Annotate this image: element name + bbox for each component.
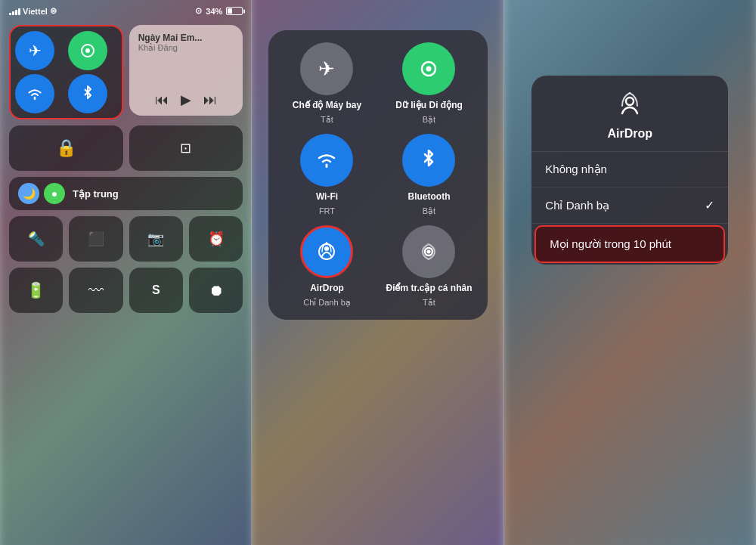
panel-1: Viettel ⊜ ⊙ 34% ✈ (0, 0, 252, 545)
option-label-contacts: Chỉ Danh bạ (545, 199, 609, 212)
prev-btn[interactable]: ⏮ (155, 92, 169, 108)
cellular-expanded[interactable]: Dữ liệu Di động Bật (383, 42, 476, 125)
svg-point-3 (426, 67, 432, 72)
signal-bars (9, 8, 20, 15)
airdrop-option-contacts[interactable]: Chỉ Danh bạ ✓ (531, 187, 728, 224)
battery-widget-btn[interactable]: 🔋 (9, 268, 63, 313)
airplane-icon-large: ✈ (300, 42, 353, 95)
record-btn[interactable]: ⏺ (189, 268, 243, 313)
airdrop-option-everyone-10min[interactable]: Mọi người trong 10 phút (534, 225, 725, 263)
panel-2: ✈ Chế độ Máy bay Tắt Dữ liệu Di động (252, 0, 503, 545)
music-widget: Ngày Mai Em... Khải Đăng ⏮ ▶ ⏭ (129, 25, 243, 116)
shazam-btn[interactable]: S (129, 268, 183, 313)
screen-mirror-btn[interactable]: ⊡ (129, 125, 243, 171)
svg-point-7 (427, 250, 431, 254)
airdrop-header: AirDrop (531, 76, 728, 152)
focus-row: 🌙 ● Tập trung (9, 177, 243, 210)
music-controls: ⏮ ▶ ⏭ (138, 91, 234, 108)
cellular-btn[interactable] (68, 31, 107, 70)
airdrop-menu-title: AirDrop (608, 127, 653, 141)
checkmark-icon: ✓ (705, 198, 714, 212)
wifi-btn[interactable] (15, 74, 54, 113)
option-label-no-receive: Không nhận (545, 163, 607, 176)
hotspot-icon-large (402, 225, 455, 278)
battery-percent: 34% (206, 7, 222, 16)
camera-btn[interactable]: 📷 (129, 216, 183, 262)
focus-icon: ● (44, 183, 65, 204)
airdrop-icon-large (300, 225, 353, 278)
bluetooth-icon-large (402, 134, 455, 187)
music-artist: Khải Đăng (138, 43, 234, 53)
option-label-everyone: Mọi người trong 10 phút (550, 237, 671, 251)
status-right: ⊙ 34% (195, 6, 243, 16)
cellular-icon-large (402, 42, 455, 95)
status-bar: Viettel ⊜ ⊙ 34% (0, 0, 252, 19)
carrier-name: Viettel (23, 7, 48, 16)
calculator-btn[interactable]: ⬛ (69, 216, 122, 262)
airplane-mode-btn[interactable]: ✈ (15, 31, 54, 70)
svg-point-8 (626, 98, 634, 105)
play-btn[interactable]: ▶ (181, 91, 191, 108)
bluetooth-btn[interactable] (68, 74, 107, 113)
battery-icon (226, 7, 243, 15)
status-left: Viettel ⊜ (9, 6, 57, 16)
bluetooth-expanded[interactable]: Bluetooth Bật (383, 134, 476, 216)
flashlight-btn[interactable]: 🔦 (9, 216, 63, 262)
music-title: Ngày Mai Em... (138, 33, 234, 43)
airdrop-option-no-receive[interactable]: Không nhận (531, 152, 728, 187)
svg-point-5 (324, 246, 329, 251)
wifi-icon-large (300, 134, 353, 187)
airdrop-expanded[interactable]: AirDrop Chỉ Danh bạ (280, 225, 373, 308)
soundwave-btn[interactable]: 〰 (69, 268, 122, 313)
airplane-mode-expanded[interactable]: ✈ Chế độ Máy bay Tắt (280, 42, 373, 125)
focus-label: Tập trung (73, 188, 119, 200)
airdrop-menu: AirDrop Không nhận Chỉ Danh bạ ✓ Mọi ngư… (531, 76, 728, 265)
panel-3: AirDrop Không nhận Chỉ Danh bạ ✓ Mọi ngư… (504, 0, 756, 545)
svg-point-1 (85, 48, 90, 53)
next-btn[interactable]: ⏭ (203, 92, 217, 108)
focus-icons: 🌙 ● (18, 183, 65, 204)
network-controls-block: ✈ (9, 25, 123, 119)
screen-rotation-btn[interactable]: 🔒 (9, 125, 123, 171)
hotspot-expanded[interactable]: Điểm tr.cập cá nhân Tắt (383, 225, 476, 308)
location-icon: ⊙ (195, 6, 202, 16)
wifi-expanded[interactable]: Wi-Fi FRT (280, 134, 373, 216)
airdrop-menu-icon (613, 89, 646, 122)
wifi-signal-icon: ⊜ (50, 6, 57, 16)
network-expanded-panel: ✈ Chế độ Máy bay Tắt Dữ liệu Di động (268, 30, 488, 320)
alarm-btn[interactable]: ⏰ (189, 216, 243, 262)
moon-icon: 🌙 (18, 183, 39, 204)
